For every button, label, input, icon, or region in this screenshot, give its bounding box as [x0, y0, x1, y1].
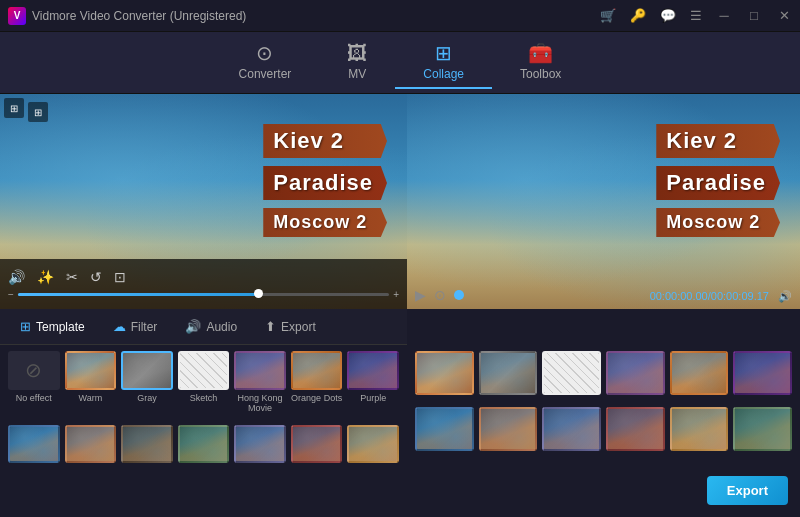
- tab-export[interactable]: ⬆ Export: [253, 315, 328, 338]
- nav-collage[interactable]: ⊞ Collage: [395, 37, 492, 89]
- right-video-controls: ▶ ⊙: [415, 287, 464, 303]
- right-filter-1[interactable]: [415, 351, 474, 395]
- total-time: 00:00:09.17: [711, 290, 769, 302]
- right-r2-5-thumb: [670, 407, 729, 451]
- r2-6-thumb: [291, 425, 343, 464]
- progress-plus[interactable]: +: [393, 289, 399, 300]
- right-filter-r2-2[interactable]: [479, 407, 538, 451]
- filter-purple[interactable]: Purple: [347, 351, 399, 413]
- tab-audio[interactable]: 🔊 Audio: [173, 315, 249, 338]
- right-filter-r2-4[interactable]: [606, 407, 665, 451]
- mv-label: MV: [348, 67, 366, 81]
- volume-icon[interactable]: 🔊: [8, 269, 25, 285]
- filter-warm[interactable]: Warm: [65, 351, 117, 413]
- progress-bar[interactable]: [18, 293, 389, 296]
- no-effect-thumb: [8, 351, 60, 390]
- filter-hongkong[interactable]: Hong Kong Movie: [234, 351, 286, 413]
- right-video-panel: Kiev 2 Paradise Moscow 2 ▶ ⊙ 00:00:00.00…: [407, 94, 800, 345]
- right-time-display: 00:00:00.00/00:00:09.17 🔊: [650, 290, 792, 303]
- chat-icon[interactable]: 💬: [660, 8, 676, 23]
- filter-r2-5[interactable]: [234, 425, 286, 467]
- right-filter-r2-3[interactable]: [542, 407, 601, 451]
- right-filter-6[interactable]: [733, 351, 792, 395]
- right-filter-r2-5[interactable]: [670, 407, 729, 451]
- filter-r2-4[interactable]: [178, 425, 230, 467]
- progress-minus[interactable]: −: [8, 289, 14, 300]
- cart-icon[interactable]: 🛒: [600, 8, 616, 23]
- filter-r2-7[interactable]: [347, 425, 399, 467]
- gray-thumb: [121, 351, 173, 390]
- right-filter-r2-1[interactable]: [415, 407, 474, 451]
- tab-template[interactable]: ⊞ Template: [8, 315, 97, 338]
- no-effect-label: No effect: [16, 393, 52, 403]
- menu-icon[interactable]: ☰: [690, 8, 702, 23]
- filter-r2-3[interactable]: [121, 425, 173, 467]
- right-filter-row-2: [407, 401, 800, 457]
- right-filter-1-thumb: [415, 351, 474, 395]
- progress-thumb: [254, 289, 263, 298]
- minimize-button[interactable]: ─: [716, 8, 732, 24]
- right-filter-3-thumb: [542, 351, 601, 395]
- right-filter-2-thumb: [479, 351, 538, 395]
- right-filter-3[interactable]: [542, 351, 601, 395]
- filter-orangedots[interactable]: Orange Dots: [291, 351, 343, 413]
- left-overlay-icons: ⊞ ⊞: [4, 98, 48, 118]
- brightness-icon[interactable]: ✨: [37, 269, 54, 285]
- right-sign-overlay: Kiev 2 Paradise Moscow 2: [656, 124, 780, 237]
- export-button[interactable]: Export: [707, 476, 788, 505]
- right-video-preview: Kiev 2 Paradise Moscow 2 ▶ ⊙ 00:00:00.00…: [407, 94, 800, 309]
- nav-mv[interactable]: 🖼 MV: [319, 37, 395, 89]
- progress-fill: [18, 293, 259, 296]
- crop-icon[interactable]: ✂: [66, 269, 78, 285]
- filter-r2-6[interactable]: [291, 425, 343, 467]
- audio-tab-icon: 🔊: [185, 319, 201, 334]
- left-video-preview: ⊞ ⊞ Kiev 2 Paradise Moscow 2 🔊 ✨ ✂ ↺: [0, 94, 407, 309]
- right-filter-r2-6[interactable]: [733, 407, 792, 451]
- right-filter-4[interactable]: [606, 351, 665, 395]
- template-tab-label: Template: [36, 320, 85, 334]
- right-r2-3-thumb: [542, 407, 601, 451]
- filter-sketch[interactable]: Sketch: [178, 351, 230, 413]
- template-tab-icon: ⊞: [20, 319, 31, 334]
- right-filter-area: Export: [407, 345, 800, 517]
- main-content: ⊞ ⊞ Kiev 2 Paradise Moscow 2 🔊 ✨ ✂ ↺: [0, 94, 800, 517]
- filter-gray[interactable]: Gray: [121, 351, 173, 413]
- nav-converter[interactable]: ⊙ Converter: [211, 37, 320, 89]
- right-filter-5-thumb: [670, 351, 729, 395]
- mv-icon: 🖼: [347, 43, 367, 63]
- converter-icon: ⊙: [256, 43, 273, 63]
- filter-row-2: [0, 419, 407, 473]
- app-title: Vidmore Video Converter (Unregistered): [32, 9, 246, 23]
- maximize-button[interactable]: □: [746, 8, 762, 24]
- filter-r2-2[interactable]: [65, 425, 117, 467]
- moscow-sign: Moscow 2: [263, 208, 387, 237]
- right-filter-6-thumb: [733, 351, 792, 395]
- rotate-icon[interactable]: ↺: [90, 269, 102, 285]
- tab-filter[interactable]: ☁ Filter: [101, 315, 170, 338]
- filter-no-effect[interactable]: No effect: [8, 351, 60, 413]
- export-tab-label: Export: [281, 320, 316, 334]
- right-paradise-sign: Paradise: [656, 166, 780, 200]
- filter-r2-1[interactable]: [8, 425, 60, 467]
- right-r2-2-thumb: [479, 407, 538, 451]
- right-kiev-sign: Kiev 2: [656, 124, 780, 158]
- export-tab-icon: ⬆: [265, 319, 276, 334]
- tabs-bar: ⊞ Template ☁ Filter 🔊 Audio ⬆ Export: [0, 309, 407, 345]
- stop-button[interactable]: ⊙: [434, 287, 446, 303]
- filter-tab-label: Filter: [131, 320, 158, 334]
- warm-label: Warm: [79, 393, 103, 403]
- play-button[interactable]: ▶: [415, 287, 426, 303]
- key-icon[interactable]: 🔑: [630, 8, 646, 23]
- volume-right-icon[interactable]: 🔊: [778, 290, 792, 302]
- nav-toolbox[interactable]: 🧰 Toolbox: [492, 37, 589, 89]
- close-button[interactable]: ✕: [776, 8, 792, 24]
- right-filter-2[interactable]: [479, 351, 538, 395]
- right-filter-5[interactable]: [670, 351, 729, 395]
- right-moscow-sign: Moscow 2: [656, 208, 780, 237]
- r2-1-thumb: [8, 425, 60, 464]
- title-bar: V Vidmore Video Converter (Unregistered)…: [0, 0, 800, 32]
- purple-thumb: [347, 351, 399, 390]
- left-video-panel: ⊞ ⊞ Kiev 2 Paradise Moscow 2 🔊 ✨ ✂ ↺: [0, 94, 407, 345]
- watermark-icon[interactable]: ⊡: [114, 269, 126, 285]
- paradise-sign: Paradise: [263, 166, 387, 200]
